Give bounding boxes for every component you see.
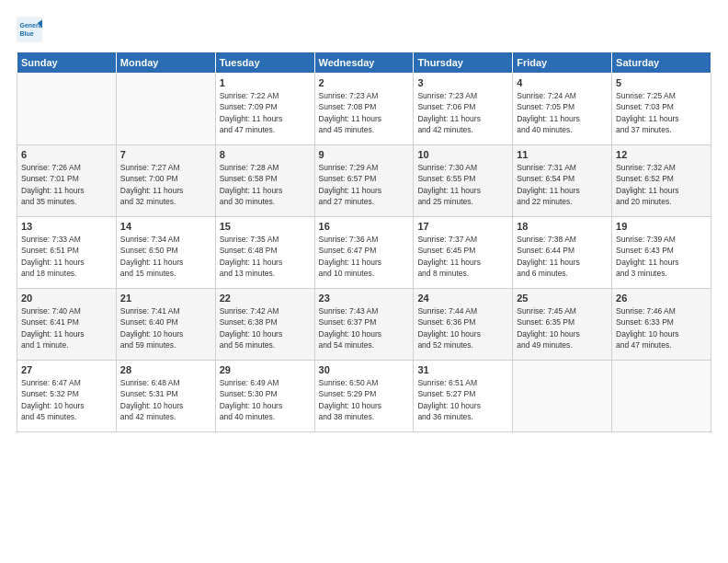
cell-details: Sunrise: 7:30 AM Sunset: 6:55 PM Dayligh… (417, 162, 508, 207)
calendar-cell: 28Sunrise: 6:48 AM Sunset: 5:31 PM Dayli… (116, 361, 215, 432)
calendar-cell: 16Sunrise: 7:36 AM Sunset: 6:47 PM Dayli… (314, 217, 414, 289)
cell-details: Sunrise: 7:46 AM Sunset: 6:33 PM Dayligh… (616, 305, 707, 350)
calendar-page: General Blue SundayMondayTuesdayWednesda… (0, 0, 728, 563)
cell-details: Sunrise: 6:50 AM Sunset: 5:29 PM Dayligh… (319, 377, 410, 422)
cell-details: Sunrise: 7:31 AM Sunset: 6:54 PM Dayligh… (517, 162, 608, 207)
day-number: 15 (220, 221, 311, 232)
day-number: 10 (417, 149, 508, 160)
calendar-cell: 29Sunrise: 6:49 AM Sunset: 5:30 PM Dayli… (215, 361, 314, 432)
day-number: 14 (120, 221, 211, 232)
cell-details: Sunrise: 6:51 AM Sunset: 5:27 PM Dayligh… (417, 377, 508, 422)
header-cell-thursday: Thursday (414, 52, 513, 74)
day-number: 1 (220, 77, 311, 88)
cell-details: Sunrise: 7:23 AM Sunset: 7:06 PM Dayligh… (417, 90, 508, 135)
header-cell-saturday: Saturday (612, 52, 711, 74)
calendar-cell: 19Sunrise: 7:39 AM Sunset: 6:43 PM Dayli… (612, 217, 711, 289)
calendar-cell: 31Sunrise: 6:51 AM Sunset: 5:27 PM Dayli… (414, 361, 513, 432)
day-number: 21 (120, 293, 211, 304)
cell-details: Sunrise: 7:41 AM Sunset: 6:40 PM Dayligh… (120, 305, 211, 350)
cell-details: Sunrise: 7:34 AM Sunset: 6:50 PM Dayligh… (120, 234, 211, 279)
day-number: 20 (21, 293, 112, 304)
day-number: 26 (616, 293, 707, 304)
cell-details: Sunrise: 7:37 AM Sunset: 6:45 PM Dayligh… (417, 234, 508, 279)
calendar-cell: 4Sunrise: 7:24 AM Sunset: 7:05 PM Daylig… (513, 74, 612, 145)
day-number: 17 (417, 221, 508, 232)
day-number: 13 (21, 221, 112, 232)
calendar-cell (612, 361, 711, 432)
day-number: 31 (417, 364, 508, 375)
day-number: 22 (220, 293, 311, 304)
day-number: 2 (319, 77, 410, 88)
cell-details: Sunrise: 7:23 AM Sunset: 7:08 PM Dayligh… (319, 90, 410, 135)
calendar-cell: 21Sunrise: 7:41 AM Sunset: 6:40 PM Dayli… (116, 289, 215, 361)
cell-details: Sunrise: 7:25 AM Sunset: 7:03 PM Dayligh… (616, 90, 707, 135)
day-number: 5 (616, 77, 707, 88)
day-number: 7 (120, 149, 211, 160)
day-number: 3 (417, 77, 508, 88)
calendar-cell: 27Sunrise: 6:47 AM Sunset: 5:32 PM Dayli… (17, 361, 117, 432)
header-cell-friday: Friday (513, 52, 612, 74)
day-number: 16 (319, 221, 410, 232)
calendar-cell: 23Sunrise: 7:43 AM Sunset: 6:37 PM Dayli… (314, 289, 414, 361)
day-number: 28 (120, 364, 211, 375)
cell-details: Sunrise: 7:40 AM Sunset: 6:41 PM Dayligh… (21, 305, 112, 350)
day-number: 4 (517, 77, 608, 88)
calendar-cell: 7Sunrise: 7:27 AM Sunset: 7:00 PM Daylig… (116, 145, 215, 217)
calendar-cell: 10Sunrise: 7:30 AM Sunset: 6:55 PM Dayli… (414, 145, 513, 217)
calendar-row: 27Sunrise: 6:47 AM Sunset: 5:32 PM Dayli… (17, 361, 711, 432)
calendar-cell: 6Sunrise: 7:26 AM Sunset: 7:01 PM Daylig… (17, 145, 117, 217)
day-number: 11 (517, 149, 608, 160)
calendar-row: 20Sunrise: 7:40 AM Sunset: 6:41 PM Dayli… (17, 289, 711, 361)
day-number: 24 (417, 293, 508, 304)
cell-details: Sunrise: 7:45 AM Sunset: 6:35 PM Dayligh… (517, 305, 608, 350)
cell-details: Sunrise: 7:24 AM Sunset: 7:05 PM Dayligh… (517, 90, 608, 135)
header-cell-tuesday: Tuesday (215, 52, 314, 74)
cell-details: Sunrise: 7:43 AM Sunset: 6:37 PM Dayligh… (319, 305, 410, 350)
calendar-cell: 14Sunrise: 7:34 AM Sunset: 6:50 PM Dayli… (116, 217, 215, 289)
logo-icon: General Blue (17, 17, 42, 42)
cell-details: Sunrise: 6:49 AM Sunset: 5:30 PM Dayligh… (220, 377, 311, 422)
calendar-row: 6Sunrise: 7:26 AM Sunset: 7:01 PM Daylig… (17, 145, 711, 217)
calendar-cell: 17Sunrise: 7:37 AM Sunset: 6:45 PM Dayli… (414, 217, 513, 289)
header-cell-wednesday: Wednesday (314, 52, 414, 74)
cell-details: Sunrise: 7:39 AM Sunset: 6:43 PM Dayligh… (616, 234, 707, 279)
day-number: 30 (319, 364, 410, 375)
header-row: SundayMondayTuesdayWednesdayThursdayFrid… (17, 52, 711, 74)
day-number: 12 (616, 149, 707, 160)
logo: General Blue (17, 17, 46, 42)
calendar-cell: 24Sunrise: 7:44 AM Sunset: 6:36 PM Dayli… (414, 289, 513, 361)
svg-text:Blue: Blue (20, 30, 34, 37)
day-number: 29 (220, 364, 311, 375)
cell-details: Sunrise: 7:32 AM Sunset: 6:52 PM Dayligh… (616, 162, 707, 207)
calendar-cell: 2Sunrise: 7:23 AM Sunset: 7:08 PM Daylig… (314, 74, 414, 145)
cell-details: Sunrise: 7:44 AM Sunset: 6:36 PM Dayligh… (417, 305, 508, 350)
cell-details: Sunrise: 7:28 AM Sunset: 6:58 PM Dayligh… (220, 162, 311, 207)
day-number: 19 (616, 221, 707, 232)
cell-details: Sunrise: 6:48 AM Sunset: 5:31 PM Dayligh… (120, 377, 211, 422)
header-cell-sunday: Sunday (17, 52, 117, 74)
calendar-cell (513, 361, 612, 432)
day-number: 23 (319, 293, 410, 304)
cell-details: Sunrise: 7:38 AM Sunset: 6:44 PM Dayligh… (517, 234, 608, 279)
cell-details: Sunrise: 7:22 AM Sunset: 7:09 PM Dayligh… (220, 90, 311, 135)
calendar-row: 1Sunrise: 7:22 AM Sunset: 7:09 PM Daylig… (17, 74, 711, 145)
calendar-cell: 18Sunrise: 7:38 AM Sunset: 6:44 PM Dayli… (513, 217, 612, 289)
day-number: 18 (517, 221, 608, 232)
calendar-cell: 5Sunrise: 7:25 AM Sunset: 7:03 PM Daylig… (612, 74, 711, 145)
calendar-cell (116, 74, 215, 145)
calendar-cell: 15Sunrise: 7:35 AM Sunset: 6:48 PM Dayli… (215, 217, 314, 289)
day-number: 8 (220, 149, 311, 160)
calendar-cell: 30Sunrise: 6:50 AM Sunset: 5:29 PM Dayli… (314, 361, 414, 432)
calendar-cell: 8Sunrise: 7:28 AM Sunset: 6:58 PM Daylig… (215, 145, 314, 217)
calendar-cell: 12Sunrise: 7:32 AM Sunset: 6:52 PM Dayli… (612, 145, 711, 217)
calendar-table: SundayMondayTuesdayWednesdayThursdayFrid… (17, 52, 711, 432)
cell-details: Sunrise: 7:42 AM Sunset: 6:38 PM Dayligh… (220, 305, 311, 350)
cell-details: Sunrise: 6:47 AM Sunset: 5:32 PM Dayligh… (21, 377, 112, 422)
cell-details: Sunrise: 7:29 AM Sunset: 6:57 PM Dayligh… (319, 162, 410, 207)
calendar-cell: 11Sunrise: 7:31 AM Sunset: 6:54 PM Dayli… (513, 145, 612, 217)
calendar-cell: 25Sunrise: 7:45 AM Sunset: 6:35 PM Dayli… (513, 289, 612, 361)
calendar-cell: 1Sunrise: 7:22 AM Sunset: 7:09 PM Daylig… (215, 74, 314, 145)
cell-details: Sunrise: 7:26 AM Sunset: 7:01 PM Dayligh… (21, 162, 112, 207)
day-number: 25 (517, 293, 608, 304)
calendar-cell: 13Sunrise: 7:33 AM Sunset: 6:51 PM Dayli… (17, 217, 117, 289)
